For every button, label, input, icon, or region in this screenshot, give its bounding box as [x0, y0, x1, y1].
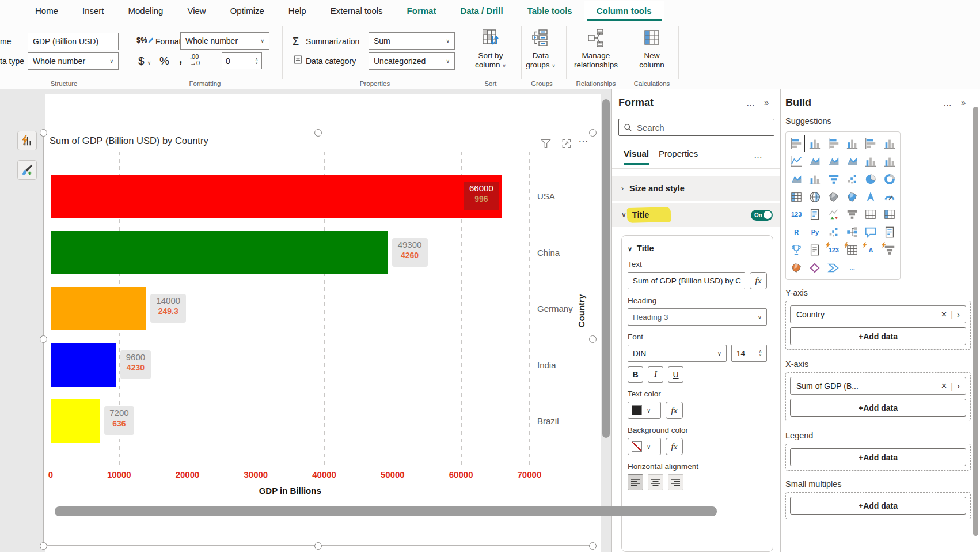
- background-color-dropdown[interactable]: ∨: [628, 438, 661, 455]
- visual-type-map[interactable]: [807, 190, 822, 205]
- summarization-select[interactable]: Sum∨: [369, 32, 455, 50]
- visual-type-multi-row-card[interactable]: [807, 207, 822, 222]
- visual-type-table[interactable]: [863, 207, 878, 222]
- visual-type-filled-map[interactable]: [826, 190, 841, 205]
- visual-type-100-stacked-bar-chart[interactable]: [863, 136, 878, 151]
- visual-type-waterfall-chart[interactable]: [807, 172, 822, 187]
- visual-type-treemap[interactable]: [789, 190, 804, 205]
- menu-item-optimize[interactable]: Optimize: [218, 1, 276, 21]
- bar-china[interactable]: [51, 231, 388, 274]
- thousands-separator-icon[interactable]: ,: [179, 53, 182, 66]
- bar-germany[interactable]: [51, 287, 146, 330]
- sort-by-column-button[interactable]: Sort by column ∨: [469, 28, 512, 79]
- field-pill-sum-of-gdp-b[interactable]: Sum of GDP (B...×|›: [790, 377, 966, 395]
- visual-type-line-and-stacked-column-chart[interactable]: [863, 154, 878, 169]
- selection-handle[interactable]: [314, 542, 322, 550]
- add-data-button[interactable]: +Add data: [790, 497, 966, 515]
- selection-handle[interactable]: [314, 129, 322, 137]
- data-groups-button[interactable]: Data groups ∨: [519, 28, 563, 79]
- menu-item-format[interactable]: Format: [395, 1, 449, 21]
- section-title[interactable]: ∨ Title On: [612, 203, 781, 227]
- visual-type-clustered-bar-chart[interactable]: [826, 136, 841, 151]
- visual-type-list-slicer[interactable]: [882, 243, 897, 258]
- menu-item-column-tools[interactable]: Column tools: [584, 1, 664, 21]
- decimal-spinner[interactable]: 0 ∧∨: [222, 52, 262, 69]
- more-options-icon[interactable]: …: [746, 98, 756, 108]
- visual-type-100-stacked-column-chart[interactable]: [882, 136, 897, 151]
- horizontal-scrollbar[interactable]: [55, 506, 717, 516]
- visual-type-more-visual-types[interactable]: ...: [845, 260, 860, 275]
- font-size-spinner[interactable]: 14 ∧∨: [731, 345, 767, 362]
- tab-visual[interactable]: Visual: [624, 149, 649, 165]
- field-options-icon[interactable]: ›: [957, 309, 960, 319]
- bold-button[interactable]: B: [628, 366, 643, 383]
- format-visual-button[interactable]: [17, 160, 37, 180]
- visual-type-qa-visual[interactable]: [863, 225, 878, 240]
- visual-type-stacked-column-chart[interactable]: [807, 136, 822, 151]
- more-options-icon[interactable]: …: [943, 98, 953, 108]
- fx-button[interactable]: fx: [666, 438, 683, 455]
- visual-type-key-influencers[interactable]: [826, 225, 841, 240]
- visual-type-button-slicer[interactable]: [845, 243, 860, 258]
- visual-type-matrix[interactable]: [882, 207, 897, 222]
- collapse-pane-icon[interactable]: »: [961, 97, 966, 107]
- visual-type-area-chart[interactable]: [807, 154, 822, 169]
- menu-item-external-tools[interactable]: External tools: [318, 1, 395, 21]
- align-center-button[interactable]: [648, 474, 663, 490]
- selection-handle[interactable]: [589, 129, 597, 137]
- bar-india[interactable]: [51, 343, 116, 387]
- selection-handle[interactable]: [589, 542, 597, 550]
- title-toggle[interactable]: On: [751, 210, 773, 221]
- visual-type-stacked-bar-chart[interactable]: [789, 136, 804, 151]
- currency-icon[interactable]: $ ∨: [138, 55, 151, 67]
- title-text-input[interactable]: Sum of GDP (Billion USD) by C: [628, 272, 745, 289]
- underline-button[interactable]: U: [668, 366, 683, 383]
- visual-type-line-and-clustered-column-chart[interactable]: [882, 154, 897, 169]
- analyze-visual-button[interactable]: [17, 131, 37, 150]
- visual-type-line-chart[interactable]: [789, 154, 804, 169]
- menu-item-view[interactable]: View: [175, 1, 218, 21]
- vertical-scrollbar[interactable]: [973, 107, 978, 536]
- visual-type-100-stacked-area-chart[interactable]: [845, 154, 860, 169]
- vertical-scrollbar[interactable]: [602, 99, 610, 438]
- data-category-select[interactable]: Uncategorized∨: [369, 52, 455, 70]
- visual-type-funnel-chart[interactable]: [826, 172, 841, 187]
- visual-type-smart-narrative[interactable]: [882, 225, 897, 240]
- visual-type-text-slicer[interactable]: A: [863, 243, 878, 258]
- align-right-button[interactable]: [668, 474, 683, 490]
- add-data-button[interactable]: +Add data: [790, 399, 966, 417]
- italic-button[interactable]: I: [648, 366, 663, 383]
- visual-type-power-automate[interactable]: [826, 260, 841, 275]
- column-name-input[interactable]: GDP (Billion USD): [28, 33, 119, 50]
- visual-type-arcgis-map[interactable]: [789, 260, 804, 275]
- visual-type-slicer[interactable]: [845, 207, 860, 222]
- menu-item-help[interactable]: Help: [276, 1, 318, 21]
- field-pill-country[interactable]: Country×|›: [790, 305, 966, 323]
- text-color-dropdown[interactable]: ∨: [628, 402, 661, 419]
- remove-field-icon[interactable]: ×: [941, 380, 947, 392]
- visual-type-azure-map[interactable]: [863, 190, 878, 205]
- visual-type-card[interactable]: 123: [789, 207, 804, 222]
- tab-properties[interactable]: Properties: [659, 149, 698, 163]
- data-type-select[interactable]: Whole number∨: [28, 52, 119, 70]
- fx-button[interactable]: fx: [750, 272, 767, 289]
- add-data-button[interactable]: +Add data: [790, 448, 966, 466]
- visual-type-donut-chart[interactable]: [882, 172, 897, 187]
- visual-type-power-apps[interactable]: [807, 260, 822, 275]
- more-options-icon[interactable]: …: [754, 150, 764, 160]
- manage-relationships-button[interactable]: Manage relationships: [574, 28, 618, 79]
- search-input[interactable]: Search: [618, 119, 774, 136]
- field-options-icon[interactable]: ›: [957, 381, 960, 391]
- menu-item-home[interactable]: Home: [23, 1, 70, 21]
- selection-handle[interactable]: [40, 542, 47, 550]
- visual-type-gauge[interactable]: [882, 190, 897, 205]
- bar-usa[interactable]: [51, 175, 502, 218]
- menu-item-modeling[interactable]: Modeling: [116, 1, 176, 21]
- percent-icon[interactable]: %: [159, 55, 169, 67]
- section-size-and-style[interactable]: › Size and style: [612, 176, 781, 201]
- visual-type-r-script-visual[interactable]: R: [789, 225, 804, 240]
- font-select[interactable]: DIN∨: [628, 345, 727, 362]
- visual-type-shape-map[interactable]: [845, 190, 860, 205]
- bar-chart-visual[interactable]: Sum of GDP (Billion USD) by Country … 01…: [43, 133, 592, 546]
- decimal-places-icon[interactable]: .00→0: [190, 54, 200, 66]
